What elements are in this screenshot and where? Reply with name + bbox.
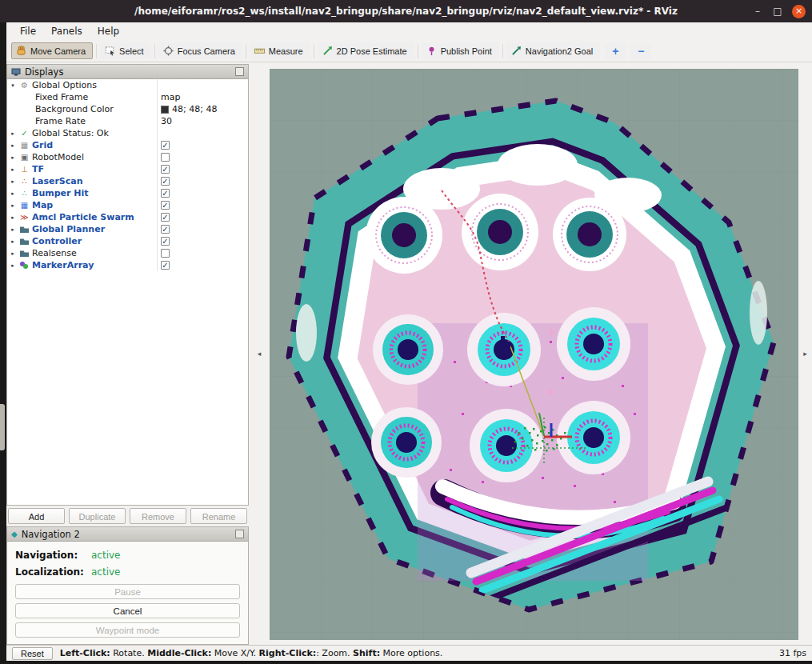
- expand-arrow-icon[interactable]: ▸: [7, 226, 18, 233]
- menu-panels[interactable]: Panels: [44, 24, 90, 38]
- item-value: [157, 259, 248, 271]
- controller-checkbox[interactable]: [161, 237, 170, 246]
- display-item-global-planner[interactable]: ▸ Global Planner: [7, 223, 248, 235]
- global-planner-checkbox[interactable]: [161, 225, 170, 234]
- item-label: Realsense: [30, 248, 157, 258]
- property-value[interactable]: 48; 48; 48: [157, 103, 248, 115]
- navigation-status-row: Navigation: active: [15, 546, 240, 563]
- display-item-global-status[interactable]: ▸ ✓ Global Status: Ok: [7, 127, 248, 139]
- menu-file[interactable]: File: [13, 24, 44, 38]
- waypoint-mode-button[interactable]: Waypoint mode: [15, 622, 240, 638]
- focus-camera-icon: [162, 45, 174, 57]
- expand-arrow-icon[interactable]: ▸: [7, 238, 18, 245]
- display-item-bumper-hit[interactable]: ▸ ∴ Bumper Hit: [7, 187, 248, 199]
- robot-model-icon: ▣: [18, 154, 30, 162]
- expand-arrow-icon[interactable]: ▸: [7, 202, 18, 209]
- fps-counter: 31 fps: [779, 648, 806, 658]
- 3d-view[interactable]: [270, 69, 798, 640]
- laser-scan-checkbox[interactable]: [161, 177, 170, 186]
- particle-swarm-icon: ≫: [18, 214, 30, 222]
- tool-label: Focus Camera: [178, 46, 235, 56]
- tool-label: Publish Point: [441, 46, 492, 56]
- tf-checkbox[interactable]: [161, 165, 170, 174]
- background-color-value: 48; 48; 48: [172, 104, 217, 114]
- expand-arrow-icon[interactable]: ▸: [7, 178, 18, 185]
- expand-arrow-icon[interactable]: ▸: [7, 190, 18, 197]
- grid-checkbox[interactable]: [161, 141, 170, 150]
- robot-model-checkbox[interactable]: [161, 153, 170, 162]
- property-background-color[interactable]: Background Color 48; 48; 48: [7, 103, 248, 115]
- item-label: Global Status: Ok: [30, 128, 157, 138]
- reset-button[interactable]: Reset: [12, 647, 53, 660]
- rename-button[interactable]: Rename: [190, 508, 247, 524]
- splitter-arrow-icon[interactable]: ▸: [803, 350, 807, 358]
- display-item-marker-array[interactable]: ▸ MarkerArray: [7, 259, 248, 271]
- tool-measure[interactable]: Measure: [250, 42, 310, 59]
- duplicate-button[interactable]: Duplicate: [69, 508, 126, 524]
- panel-splitter[interactable]: ◂: [249, 62, 270, 645]
- minimize-button[interactable]: –: [752, 6, 763, 17]
- display-item-tf[interactable]: ▸ ⊥ TF: [7, 163, 248, 175]
- gear-icon: ⚙: [18, 82, 30, 90]
- navigation2-panel-header[interactable]: ◆ Navigation 2: [7, 527, 248, 542]
- item-label: RobotModel: [30, 152, 157, 162]
- cancel-button[interactable]: Cancel: [15, 603, 240, 618]
- tool-move-camera[interactable]: Move Camera: [11, 42, 93, 59]
- map-checkbox[interactable]: [161, 201, 170, 210]
- property-value[interactable]: 30: [157, 115, 248, 127]
- property-value[interactable]: map: [157, 91, 248, 103]
- remove-tool-button[interactable]: −: [630, 43, 651, 59]
- display-item-grid[interactable]: ▸ ▦ Grid: [7, 139, 248, 151]
- expand-arrow-icon[interactable]: ▸: [7, 250, 18, 257]
- expand-arrow-icon[interactable]: ▸: [7, 214, 18, 221]
- property-label: Background Color: [34, 104, 157, 114]
- splitter-arrow-icon[interactable]: ◂: [258, 350, 262, 358]
- expand-arrow-icon[interactable]: ▸: [7, 166, 18, 173]
- pause-button[interactable]: Pause: [15, 584, 240, 599]
- maximize-button[interactable]: □: [772, 6, 783, 17]
- property-fixed-frame[interactable]: Fixed Frame map: [7, 91, 248, 103]
- amcl-checkbox[interactable]: [161, 213, 170, 222]
- add-button[interactable]: Add: [8, 508, 65, 524]
- display-item-amcl-particle-swarm[interactable]: ▸ ≫ Amcl Particle Swarm: [7, 211, 248, 223]
- tool-publish-point[interactable]: Publish Point: [422, 42, 499, 59]
- bumper-hit-checkbox[interactable]: [161, 189, 170, 198]
- display-item-global-options[interactable]: ▾ ⚙ Global Options: [7, 79, 248, 91]
- close-button[interactable]: ×: [792, 5, 806, 18]
- display-item-realsense[interactable]: ▸ Realsense: [7, 247, 248, 259]
- tool-focus-camera[interactable]: Focus Camera: [158, 42, 242, 59]
- tool-2d-pose-estimate[interactable]: 2D Pose Estimate: [318, 42, 414, 59]
- expand-arrow-icon[interactable]: ▸: [7, 154, 18, 161]
- rviz-app: File Panels Help Move Camera Select Focu…: [6, 22, 812, 661]
- item-label: Grid: [30, 140, 157, 150]
- navigation2-content: Navigation: active Localization: active …: [7, 542, 248, 644]
- panel-dock-box[interactable]: [235, 67, 244, 76]
- display-item-controller[interactable]: ▸ Controller: [7, 235, 248, 247]
- statusbar: Reset Left-Click: Rotate. Middle-Click: …: [6, 645, 812, 661]
- titlebar[interactable]: /home/eiforamr/ros2_ws/install/nav2_brin…: [0, 0, 812, 22]
- item-value: [157, 247, 248, 259]
- grid-icon: ▦: [18, 142, 30, 150]
- navigation-status-label: Navigation:: [15, 550, 91, 561]
- display-item-robot-model[interactable]: ▸ ▣ RobotModel: [7, 151, 248, 163]
- marker-array-checkbox[interactable]: [161, 261, 170, 270]
- tool-select[interactable]: Select: [100, 42, 151, 59]
- right-splitter[interactable]: ▸: [798, 62, 812, 645]
- panel-collapse-handle[interactable]: [0, 404, 5, 450]
- property-frame-rate[interactable]: Frame Rate 30: [7, 115, 248, 127]
- realsense-checkbox[interactable]: [161, 249, 170, 258]
- display-item-laser-scan[interactable]: ▸ ∴ LaserScan: [7, 175, 248, 187]
- expand-arrow-icon[interactable]: ▸: [7, 262, 18, 269]
- remove-button[interactable]: Remove: [130, 508, 186, 524]
- panel-dock-box[interactable]: [235, 530, 244, 538]
- icon-cell: [18, 250, 30, 257]
- tool-navigation2-goal[interactable]: Navigation2 Goal: [506, 42, 600, 59]
- add-tool-button[interactable]: +: [605, 43, 626, 59]
- expand-arrow-icon[interactable]: ▸: [7, 130, 18, 137]
- displays-panel-header[interactable]: Displays: [7, 65, 248, 79]
- menu-help[interactable]: Help: [90, 24, 127, 38]
- expand-arrow-icon[interactable]: ▸: [7, 142, 18, 149]
- display-item-map[interactable]: ▸ ▦ Map: [7, 199, 248, 211]
- marker-array-icon: [20, 261, 29, 270]
- expand-arrow-icon[interactable]: ▾: [7, 82, 18, 89]
